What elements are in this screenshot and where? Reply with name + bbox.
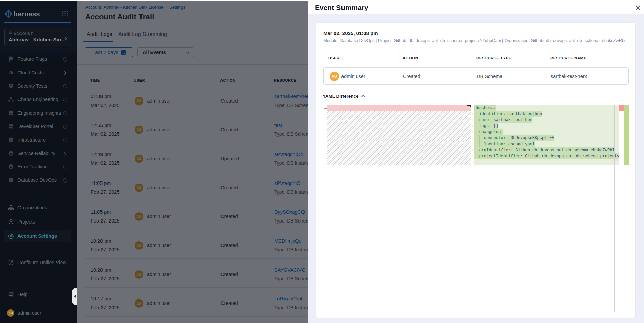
- svg-text:$: $: [10, 72, 12, 74]
- svg-text:?: ?: [10, 293, 11, 295]
